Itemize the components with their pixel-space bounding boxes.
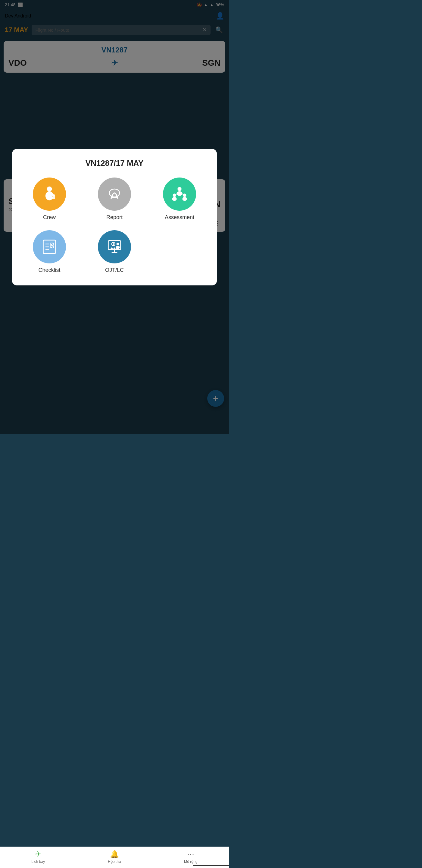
ojtlc-icon (105, 238, 124, 256)
svg-point-28 (116, 247, 118, 250)
modal-dialog: VN1287/17 MAY Crew (12, 149, 217, 285)
svg-point-12 (182, 197, 187, 201)
svg-point-10 (172, 197, 177, 201)
modal-grid-row2: Checklist (19, 230, 209, 273)
assessment-icon (170, 185, 189, 203)
svg-point-23 (112, 243, 114, 245)
checklist-item[interactable]: Checklist (19, 230, 79, 273)
checklist-icon (40, 238, 59, 256)
empty-slot (150, 230, 209, 273)
crew-item[interactable]: Crew (19, 178, 79, 221)
checklist-label: Checklist (38, 267, 60, 273)
svg-point-24 (117, 242, 119, 245)
crew-icon-circle (33, 178, 66, 211)
assessment-icon-circle (163, 178, 196, 211)
checklist-icon-circle (33, 230, 66, 264)
ojtlc-item[interactable]: OJT/LC (84, 230, 144, 273)
svg-rect-3 (53, 194, 55, 196)
modal-overlay[interactable]: VN1287/17 MAY Crew (0, 0, 229, 434)
report-item[interactable]: Report (84, 178, 144, 221)
assessment-item[interactable]: Assessment (150, 178, 209, 221)
ojtlc-icon-circle (98, 230, 131, 264)
ojtlc-label: OJT/LC (105, 267, 124, 273)
report-icon-circle (98, 178, 131, 211)
report-label: Report (106, 214, 123, 221)
svg-point-0 (47, 186, 52, 191)
svg-point-9 (173, 193, 176, 197)
svg-point-8 (177, 191, 183, 195)
svg-point-11 (183, 193, 186, 197)
svg-point-26 (110, 247, 112, 250)
modal-grid-row1: Crew Report (19, 178, 209, 221)
svg-point-7 (177, 187, 181, 191)
report-icon (105, 185, 124, 203)
svg-rect-2 (52, 195, 55, 199)
crew-label: Crew (43, 214, 56, 221)
crew-icon (40, 185, 59, 203)
assessment-label: Assessment (165, 214, 194, 221)
svg-point-27 (113, 247, 116, 250)
modal-title: VN1287/17 MAY (19, 158, 209, 168)
